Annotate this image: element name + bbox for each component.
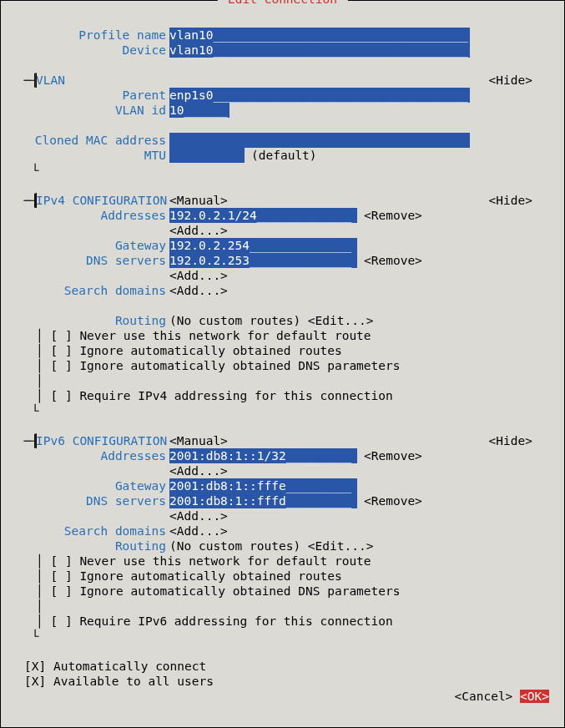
device-input[interactable]: vlan10__________________________________… (169, 43, 470, 58)
ipv6-dns-remove[interactable]: <Remove> (357, 493, 422, 508)
edit-connection-window: Edit Connection Profile name vlan10_____… (0, 0, 565, 728)
ipv4-chk-ignore-dns[interactable]: [ ] Ignore automatically obtained DNS pa… (50, 359, 400, 372)
ipv6-chk-require[interactable]: [ ] Require IPv6 addressing for this con… (50, 614, 392, 628)
ipv6-mode[interactable]: <Manual> (169, 433, 228, 448)
ipv4-mode[interactable]: <Manual> (169, 193, 228, 208)
ipv4-chk-default-route[interactable]: [ ] Never use this network for default r… (50, 329, 371, 342)
ipv6-section: ─┤ IPv6 CONFIGURATION <Manual> <Hide> │ … (9, 433, 556, 644)
ipv4-address-input[interactable]: 192.0.2.1/24_____________ (169, 208, 357, 223)
ipv4-gateway-label: Gateway (9, 238, 169, 253)
ipv6-chk-default-route[interactable]: [ ] Never use this network for default r… (50, 554, 371, 568)
ipv6-search-label: Search domains (9, 523, 169, 538)
ipv6-dns-label: DNS servers (9, 493, 169, 508)
vlan-header: VLAN (9, 73, 169, 88)
vlan-id-input[interactable]: 10______ (169, 103, 230, 118)
ipv6-routing-value[interactable]: (No custom routes) <Edit...> (169, 538, 373, 554)
ipv6-chk-ignore-routes[interactable]: [ ] Ignore automatically obtained routes (50, 569, 341, 583)
ipv4-section: ─┤ IPv4 CONFIGURATION <Manual> <Hide> │ … (9, 193, 556, 418)
ipv4-chk-ignore-routes[interactable]: [ ] Ignore automatically obtained routes (50, 344, 341, 357)
content: Profile name vlan10_____________________… (1, 13, 564, 727)
parent-input[interactable]: enp1s0__________________________________… (169, 88, 470, 103)
vlan-id-label: VLAN id (9, 103, 169, 118)
ipv6-search-add[interactable]: <Add...> (169, 523, 228, 538)
ipv4-dns-remove[interactable]: <Remove> (357, 253, 422, 268)
mtu-input[interactable] (169, 148, 245, 163)
window-title: Edit Connection (217, 0, 347, 7)
ipv6-addresses-label: Addresses (9, 448, 169, 463)
ipv6-header: IPv6 CONFIGURATION (9, 433, 169, 448)
ipv4-header: IPv4 CONFIGURATION (9, 193, 169, 208)
vlan-section: ─┤ VLAN <Hide> │ Parent enp1s0__________… (9, 73, 556, 178)
ipv4-dns-input[interactable]: 192.0.2.253______________ (169, 253, 357, 268)
ipv6-dns-input[interactable]: 2001:db8:1::fffd_________ (169, 493, 357, 508)
ipv4-addresses-label: Addresses (9, 208, 169, 223)
ipv4-search-label: Search domains (9, 283, 169, 298)
auto-connect-checkbox[interactable]: [X] Automatically connect (9, 659, 556, 674)
ipv4-search-add[interactable]: <Add...> (169, 283, 228, 298)
ipv4-address-add[interactable]: <Add...> (169, 223, 228, 238)
ipv4-routing-label: Routing (9, 313, 169, 328)
ipv6-gateway-label: Gateway (9, 478, 169, 493)
ipv4-hide-button[interactable]: <Hide> (489, 193, 532, 208)
parent-label: Parent (9, 88, 169, 103)
ipv4-chk-require[interactable]: [ ] Require IPv4 addressing for this con… (50, 389, 392, 402)
cloned-mac-input[interactable] (169, 133, 470, 148)
ipv4-dns-label: DNS servers (9, 253, 169, 268)
ipv6-gateway-input[interactable]: 2001:db8:1::fffe_________ (169, 478, 357, 493)
vlan-hide-button[interactable]: <Hide> (489, 73, 532, 88)
button-bar: <Cancel> <OK> (411, 674, 549, 719)
device-label: Device (9, 43, 169, 58)
mtu-default: (default) (245, 148, 317, 163)
mtu-label: MTU (9, 148, 169, 163)
ok-button[interactable]: <OK> (520, 690, 549, 703)
ipv6-address-input[interactable]: 2001:db8:1::1/32_________ (169, 448, 357, 463)
profile-name-input[interactable]: vlan10__________________________________… (169, 28, 470, 43)
ipv6-hide-button[interactable]: <Hide> (489, 433, 532, 448)
ipv4-address-remove[interactable]: <Remove> (357, 208, 422, 223)
ipv6-address-add[interactable]: <Add...> (169, 463, 228, 478)
cancel-button[interactable]: <Cancel> (455, 690, 513, 703)
ipv6-routing-label: Routing (9, 538, 169, 554)
profile-name-label: Profile name (9, 28, 169, 43)
ipv4-dns-add[interactable]: <Add...> (169, 268, 228, 283)
ipv6-address-remove[interactable]: <Remove> (357, 448, 422, 463)
ipv6-dns-add[interactable]: <Add...> (169, 508, 228, 523)
ipv4-routing-value[interactable]: (No custom routes) <Edit...> (169, 313, 373, 328)
cloned-mac-label: Cloned MAC address (9, 133, 169, 148)
ipv6-chk-ignore-dns[interactable]: [ ] Ignore automatically obtained DNS pa… (50, 584, 400, 598)
ipv4-gateway-input[interactable]: 192.0.2.254______________ (169, 238, 357, 253)
